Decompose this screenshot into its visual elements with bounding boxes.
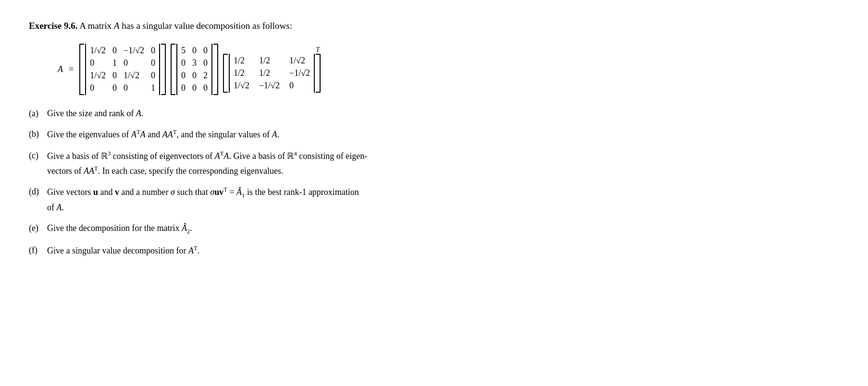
part-e-text: Give the decomposition for the matrix Â2… — [47, 221, 839, 236]
part-b-label: (b) — [29, 127, 47, 142]
T-superscript: T — [316, 46, 320, 54]
U-matrix: 1/√2 0 −1/√2 0 0 1 0 0 1/√2 0 1/√2 0 0 0… — [79, 44, 166, 95]
matrix-equation: A = 1/√2 0 −1/√2 0 0 1 0 0 1/√2 0 1/√2 0 — [58, 44, 839, 95]
part-d-label: (d) — [29, 185, 47, 199]
part-b-text: Give the eigenvalues of ATA and AAT, and… — [47, 127, 839, 142]
equals-sign: = — [69, 64, 74, 74]
part-e: (e) Give the decomposition for the matri… — [29, 221, 839, 236]
part-d-text: Give vectors u and v and a number σ such… — [47, 185, 839, 215]
Vt-matrix-container: T 1/2 1/2 1/√2 1/2 1/2 −1/√2 1/√2 −1/√2 … — [223, 46, 321, 93]
part-c: (c) Give a basis of ℝ3 consisting of eig… — [29, 149, 839, 178]
part-f-label: (f) — [29, 243, 47, 258]
part-c-text: Give a basis of ℝ3 consisting of eigenve… — [47, 149, 839, 178]
part-f: (f) Give a singular value decomposition … — [29, 243, 839, 258]
intro-text: A matrix A has a singular value decompos… — [79, 21, 292, 31]
part-d: (d) Give vectors u and v and a number σ … — [29, 185, 839, 215]
part-c-label: (c) — [29, 149, 47, 163]
parts-list: (a) Give the size and rank of A. (b) Giv… — [29, 107, 839, 258]
sigma-matrix: 5 0 0 0 3 0 0 0 2 0 0 0 — [171, 44, 218, 95]
part-a: (a) Give the size and rank of A. — [29, 107, 839, 121]
part-b: (b) Give the eigenvalues of ATA and AAT,… — [29, 127, 839, 142]
part-a-label: (a) — [29, 107, 47, 121]
exercise-container: Exercise 9.6. A matrix A has a singular … — [29, 19, 839, 258]
exercise-number: Exercise 9.6. — [29, 21, 78, 31]
A-label: A — [58, 64, 63, 74]
exercise-title: Exercise 9.6. A matrix A has a singular … — [29, 19, 839, 33]
part-f-text: Give a singular value decomposition for … — [47, 243, 839, 258]
part-a-text: Give the size and rank of A. — [47, 107, 839, 121]
part-e-label: (e) — [29, 221, 47, 236]
